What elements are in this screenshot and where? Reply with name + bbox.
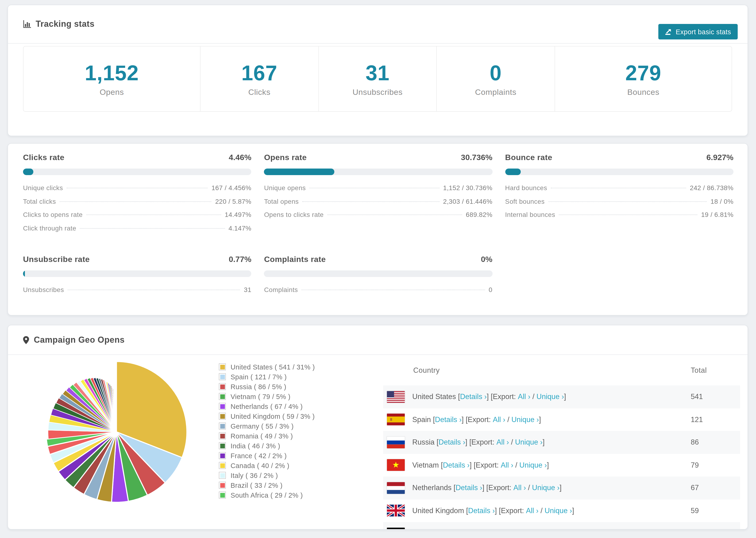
- rate-detail-row: Soft bounces 18 / 0%: [505, 197, 733, 211]
- geo-col-total: Total: [691, 366, 707, 374]
- legend-item-russia: Russia ( 86 / 5% ): [219, 382, 315, 392]
- dotted-leader: [551, 188, 686, 188]
- geo-export-all-link[interactable]: All ›: [501, 461, 513, 469]
- rate-detail-row: Hard bounces 242 / 86.738%: [505, 184, 733, 197]
- de-flag-icon: [387, 528, 405, 530]
- stat-label: Unsubscribes: [352, 87, 403, 97]
- rate-row-value: 14.497%: [225, 211, 251, 218]
- rate-progress-bar: [23, 270, 251, 277]
- legend-label: Russia ( 86 / 5% ): [231, 383, 287, 390]
- export-icon: [665, 28, 672, 35]
- geo-country-name: Germany: [412, 529, 442, 530]
- legend-swatch: [219, 363, 226, 370]
- legend-swatch: [219, 452, 226, 459]
- rate-row-value: 167 / 4.456%: [212, 184, 251, 191]
- rate-detail-row: Click through rate 4.147%: [23, 224, 251, 238]
- geo-export-unique-link[interactable]: Unique ›: [512, 415, 539, 424]
- geo-export-all-link[interactable]: All ›: [496, 438, 509, 447]
- geo-details-link[interactable]: Details ›: [435, 415, 462, 424]
- rate-progress-fill: [264, 169, 334, 175]
- geo-details-link[interactable]: Details ›: [460, 393, 487, 401]
- stat-value: 167: [242, 61, 277, 85]
- us-flag-icon: [387, 391, 405, 403]
- rate-value: 30.736%: [461, 153, 492, 162]
- geo-export-unique-link[interactable]: Unique ›: [545, 507, 572, 515]
- geo-details-link[interactable]: Details ›: [446, 529, 473, 530]
- rate-title: Opens rate: [264, 153, 307, 162]
- geo-opens-pie-chart[interactable]: [39, 354, 194, 510]
- geo-details-link[interactable]: Details ›: [439, 438, 465, 447]
- stat-box-unsubscribes: 31 Unsubscribes: [319, 46, 437, 111]
- rate-detail-row: Unique clicks 167 / 4.456%: [23, 184, 251, 197]
- geo-export-all-link[interactable]: All ›: [518, 393, 530, 401]
- geo-export-unique-link[interactable]: Unique ›: [532, 484, 560, 492]
- dotted-leader: [309, 188, 439, 188]
- geo-details-link[interactable]: Details ›: [456, 484, 482, 492]
- geo-total-value: 541: [691, 393, 703, 401]
- legend-swatch: [219, 393, 226, 400]
- geo-export-all-link[interactable]: All ›: [493, 415, 505, 424]
- rate-block-clicks-rate: Clicks rate 4.46% Unique clicks 167 / 4.…: [23, 153, 251, 239]
- es-flag-icon: [387, 414, 405, 426]
- legend-item-canada: Canada ( 40 / 2% ): [219, 460, 315, 470]
- legend-item-vietnam: Vietnam ( 79 / 5% ): [219, 392, 315, 402]
- legend-item-brazil: Brazil ( 33 / 2% ): [219, 480, 315, 490]
- stat-box-complaints: 0 Complaints: [437, 46, 555, 111]
- map-pin-icon: [23, 336, 29, 344]
- legend-label: Brazil ( 33 / 2% ): [231, 481, 283, 489]
- geo-country-name: United States: [412, 393, 456, 401]
- geo-country-name: Vietnam: [412, 461, 439, 469]
- rate-row-label: Unsubscribes: [23, 286, 64, 294]
- rate-row-label: Unique opens: [264, 184, 306, 191]
- rate-value: 0.77%: [229, 255, 251, 264]
- geo-export-unique-link[interactable]: Unique ›: [515, 438, 543, 447]
- legend-label: Canada ( 40 / 2% ): [231, 462, 290, 469]
- stat-box-clicks: 167 Clicks: [200, 46, 319, 111]
- geo-table-header: Country Total: [383, 355, 740, 385]
- rate-detail-row: Internal bounces 19 / 6.81%: [505, 211, 733, 224]
- dotted-leader: [328, 215, 462, 215]
- dotted-leader: [559, 215, 697, 215]
- stat-value: 31: [365, 61, 390, 85]
- rates-card: Clicks rate 4.46% Unique clicks 167 / 4.…: [8, 143, 748, 315]
- geo-export-all-link[interactable]: All ›: [504, 529, 516, 530]
- bar-chart-icon: [23, 20, 31, 28]
- legend-swatch: [219, 432, 226, 439]
- legend-item-netherlands: Netherlands ( 67 / 4% ): [219, 402, 315, 411]
- rate-row-value: 2,303 / 61.446%: [443, 197, 492, 205]
- dashboard-page: Tracking stats Export basic stats 1,152 …: [0, 0, 756, 538]
- geo-country-name: Netherlands: [412, 484, 452, 492]
- export-basic-stats-button[interactable]: Export basic stats: [658, 24, 738, 39]
- pie-legend: United States ( 541 / 31% ) Spain ( 121 …: [219, 362, 315, 500]
- rate-detail-row: Complaints 0: [264, 286, 493, 299]
- geo-export-all-link[interactable]: All ›: [513, 484, 526, 492]
- rate-row-label: Soft bounces: [505, 197, 544, 205]
- export-basic-stats-label: Export basic stats: [676, 28, 731, 35]
- geo-export-unique-link[interactable]: Unique ›: [536, 393, 564, 401]
- geo-export-unique-link[interactable]: Unique ›: [519, 461, 547, 469]
- stat-value: 1,152: [85, 61, 139, 85]
- geo-details-link[interactable]: Details ›: [468, 507, 495, 515]
- legend-swatch: [219, 373, 226, 380]
- rate-row-value: 689.82%: [466, 211, 492, 218]
- nl-flag-icon: [387, 482, 405, 494]
- legend-swatch: [219, 472, 226, 479]
- rate-row-label: Total clicks: [23, 197, 56, 205]
- legend-label: France ( 42 / 2% ): [231, 452, 287, 459]
- geo-country-name: Russia: [412, 438, 435, 447]
- rate-value: 4.46%: [229, 153, 251, 162]
- legend-label: Romania ( 49 / 3% ): [231, 432, 293, 440]
- legend-swatch: [219, 482, 226, 489]
- stat-label: Clicks: [248, 87, 270, 97]
- rate-title: Bounce rate: [505, 153, 552, 162]
- geo-export-all-link[interactable]: All ›: [526, 507, 538, 515]
- geo-export-unique-link[interactable]: Unique ›: [523, 529, 550, 530]
- rate-detail-row: Total opens 2,303 / 61.446%: [264, 197, 493, 211]
- rate-progress-bar: [264, 270, 493, 277]
- legend-label: Spain ( 121 / 7% ): [231, 373, 287, 381]
- dotted-leader: [68, 290, 240, 290]
- stat-label: Complaints: [475, 87, 516, 97]
- rate-row-label: Clicks to opens rate: [23, 211, 82, 218]
- stats-row: 1,152 Opens 167 Clicks 31 Unsubscribes 0…: [23, 46, 732, 112]
- geo-details-link[interactable]: Details ›: [443, 461, 469, 469]
